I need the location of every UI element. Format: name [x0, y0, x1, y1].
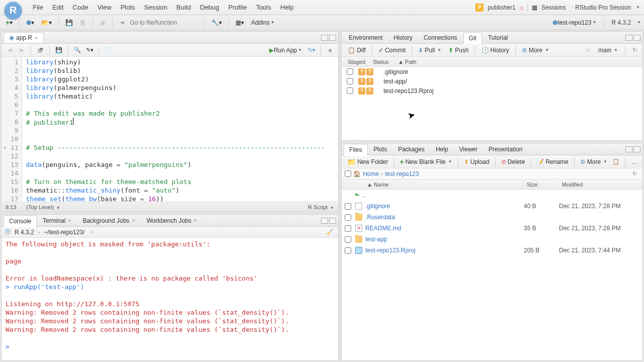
tab-background-jobs[interactable]: Background Jobs ✕: [77, 215, 140, 227]
r-version-label[interactable]: R 4.3.2: [609, 19, 633, 26]
show-in-new-window-button[interactable]: 🗗: [35, 45, 45, 55]
file-checkbox[interactable]: [345, 236, 351, 243]
console-goto-wd-button[interactable]: ➜: [87, 227, 97, 237]
diff-button[interactable]: 📋 Diff: [345, 46, 369, 55]
source-editor[interactable]: 12345678910▾ 11121314151617 library(shin…: [2, 57, 338, 202]
file-checkbox[interactable]: [345, 203, 351, 210]
git-file-row[interactable]: ??.gitignore: [342, 67, 642, 76]
breadcrumb-repo[interactable]: test-repo123: [385, 170, 419, 177]
tab-help[interactable]: Help: [431, 143, 453, 155]
menu-profile[interactable]: Profile: [224, 1, 252, 14]
tab-environment[interactable]: Environment: [344, 32, 387, 44]
tab-terminal[interactable]: Terminal ✕: [38, 215, 76, 227]
git-file-row[interactable]: ??test-repo123.Rproj: [342, 86, 642, 96]
tab-git[interactable]: Git: [463, 32, 482, 44]
goto-button[interactable]: ➜: [117, 17, 128, 28]
grid-button[interactable]: ▦▾: [233, 17, 247, 28]
print-button[interactable]: 🖨: [97, 17, 108, 28]
tab-plots[interactable]: Plots: [369, 143, 392, 155]
new-branch-button[interactable]: ⑂: [583, 45, 593, 55]
save-button[interactable]: 💾: [63, 17, 75, 28]
stage-checkbox[interactable]: [347, 78, 353, 84]
file-checkbox[interactable]: [345, 214, 351, 221]
tools-wrench-button[interactable]: 🔧▾: [209, 17, 224, 28]
maximize-pane-button[interactable]: [329, 218, 336, 224]
tab-tutorial[interactable]: Tutorial: [483, 32, 513, 44]
file-row[interactable]: test-app: [342, 234, 642, 245]
new-project-button[interactable]: ⬢▾: [24, 17, 37, 28]
file-row[interactable]: .gitignore40 BDec 21, 2023, 7:28 PM: [342, 201, 642, 212]
git-file-row[interactable]: ??test-app/: [342, 76, 642, 86]
git-more-button[interactable]: ⚙ More ▼: [519, 46, 552, 55]
close-icon[interactable]: ✕: [34, 35, 38, 41]
refresh-git-button[interactable]: ↻: [629, 45, 639, 55]
file-checkbox[interactable]: [345, 247, 351, 254]
push-button[interactable]: ⬆ Push: [445, 46, 471, 55]
select-all-checkbox[interactable]: [345, 170, 351, 177]
new-blank-file-button[interactable]: +New Blank File ▼: [397, 157, 455, 167]
username[interactable]: publisher1: [486, 4, 517, 11]
tab-files[interactable]: Files: [344, 144, 367, 156]
clear-console-button[interactable]: 🧹: [325, 227, 335, 237]
delete-button[interactable]: ⊘Delete: [499, 157, 528, 166]
home-icon[interactable]: ⌂: [520, 4, 523, 11]
sessions-icon[interactable]: ▦: [532, 4, 537, 11]
project-menu[interactable]: ⬢ test-repo123 ▼: [550, 17, 599, 28]
goto-input[interactable]: [130, 19, 200, 26]
sessions-label[interactable]: Sessions: [539, 4, 568, 11]
tab-console[interactable]: Console: [4, 215, 37, 227]
maximize-pane-button[interactable]: [329, 35, 336, 41]
minimize-pane-button[interactable]: [321, 35, 328, 41]
tab-connections[interactable]: Connections: [419, 32, 462, 44]
copy-path-button[interactable]: 📋: [611, 157, 621, 167]
close-icon[interactable]: ✕: [67, 218, 71, 223]
tab-workbench-jobs[interactable]: Workbench Jobs ✕: [141, 215, 202, 227]
files-more-button[interactable]: ⚙More ▼: [578, 157, 610, 166]
home-icon[interactable]: 🏠: [353, 170, 361, 177]
addins-button[interactable]: Addins ▼: [249, 17, 277, 28]
open-file-button[interactable]: 📂▾: [39, 17, 54, 28]
close-icon[interactable]: ✕: [131, 218, 135, 223]
tab-packages[interactable]: Packages: [393, 143, 430, 155]
menu-session[interactable]: Session: [139, 1, 172, 14]
tab-viewer[interactable]: Viewer: [454, 143, 482, 155]
menu-edit[interactable]: Edit: [48, 1, 68, 14]
menu-file[interactable]: File: [28, 1, 48, 14]
menu-tools[interactable]: Tools: [252, 1, 276, 14]
refresh-files-button[interactable]: ↻: [629, 169, 639, 179]
menu-view[interactable]: View: [93, 1, 116, 14]
git-history-button[interactable]: 🕓 History: [478, 46, 512, 55]
compile-report-button[interactable]: 📄: [103, 45, 113, 55]
tab-history[interactable]: History: [389, 32, 418, 44]
minimize-pane-button[interactable]: [625, 146, 632, 152]
reload-app-button[interactable]: ↻▾: [306, 45, 316, 55]
maximize-pane-button[interactable]: [633, 146, 640, 152]
scope-label[interactable]: (Top Level) ▼: [26, 204, 60, 210]
file-checkbox[interactable]: [345, 225, 351, 232]
minimize-pane-button[interactable]: [625, 35, 632, 41]
stage-checkbox[interactable]: [347, 87, 353, 94]
minimize-pane-button[interactable]: [321, 218, 328, 224]
close-icon[interactable]: ✕: [193, 218, 197, 223]
file-row[interactable]: ⬑ ..: [342, 190, 642, 201]
upload-button[interactable]: ⬆Upload: [461, 157, 492, 166]
breadcrumb-home[interactable]: Home: [363, 170, 379, 177]
new-folder-button[interactable]: 📁New Folder: [345, 157, 390, 167]
menu-debug[interactable]: Debug: [195, 1, 223, 14]
save-all-button[interactable]: 🗎: [77, 17, 89, 28]
file-row[interactable]: .Ruserdata: [342, 212, 642, 223]
tab-presentation[interactable]: Presentation: [484, 143, 527, 155]
file-row[interactable]: M README.md35 BDec 21, 2023, 7:28 PM: [342, 223, 642, 234]
commit-button[interactable]: ✓ Commit: [375, 46, 409, 55]
find-button[interactable]: 🔍: [72, 45, 83, 55]
menu-help[interactable]: Help: [276, 1, 298, 14]
menu-build[interactable]: Build: [172, 1, 196, 14]
run-app-button[interactable]: ▶ Run App ▼: [267, 45, 304, 56]
menu-code[interactable]: Code: [68, 1, 93, 14]
code-tools-button[interactable]: ✎▾: [85, 45, 95, 55]
file-row[interactable]: test-repo123.Rproj205 BDec 21, 2023, 7:4…: [342, 245, 642, 256]
stage-checkbox[interactable]: [347, 68, 353, 75]
more-files-button[interactable]: …: [629, 157, 639, 167]
up-icon[interactable]: ⬑: [355, 192, 360, 199]
pull-button[interactable]: ⬇ Pull ▼: [415, 46, 444, 55]
